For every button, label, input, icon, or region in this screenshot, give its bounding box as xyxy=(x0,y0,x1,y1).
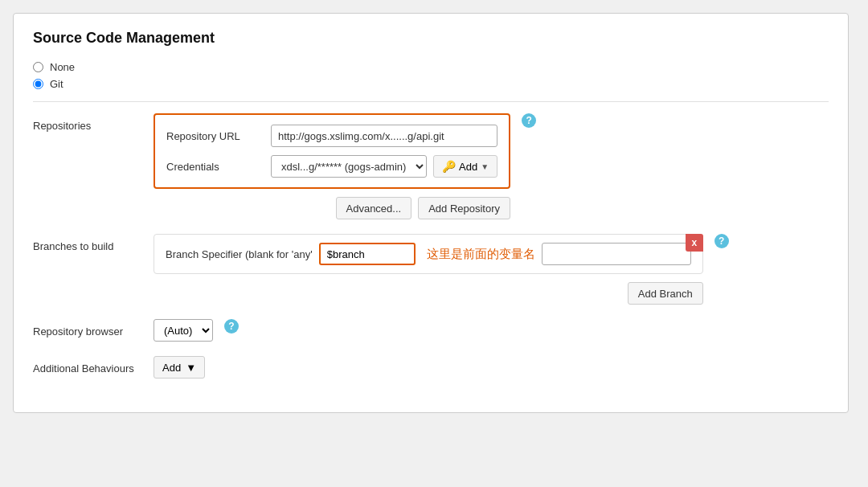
branches-wrapper: x Branch Specifier (blank for 'any' 这里是前… xyxy=(154,234,729,305)
additional-behaviours-main: Add ▼ xyxy=(154,356,829,379)
branch-extra-input[interactable] xyxy=(542,243,691,265)
repo-browser-wrapper: (Auto) ? xyxy=(154,319,239,342)
additional-behaviours-section: Additional Behaviours Add ▼ xyxy=(33,356,829,379)
git-label[interactable]: Git xyxy=(50,78,63,90)
add-repository-button[interactable]: Add Repository xyxy=(418,197,510,219)
additional-add-label: Add xyxy=(162,362,181,374)
credentials-controls: xdsl...g/****** (gogs-admin) 🔑 Add ▼ xyxy=(271,155,497,178)
add-branch-button[interactable]: Add Branch xyxy=(628,282,703,305)
credentials-row: Credentials xdsl...g/****** (gogs-admin)… xyxy=(166,155,497,178)
repositories-label: Repositories xyxy=(33,113,154,132)
repo-browser-main: (Auto) xyxy=(154,319,213,342)
scm-radio-group: None Git xyxy=(33,61,829,90)
panel-title: Source Code Management xyxy=(33,30,829,47)
branch-specifier-input[interactable] xyxy=(319,243,416,265)
branches-main: x Branch Specifier (blank for 'any' 这里是前… xyxy=(154,234,703,305)
repo-browser-section: Repository browser (Auto) ? xyxy=(33,319,829,342)
repo-url-label: Repository URL xyxy=(166,130,271,142)
advanced-button[interactable]: Advanced... xyxy=(336,197,412,219)
repositories-section: Repositories Repository URL Credentials … xyxy=(33,113,829,219)
repositories-main: Repository URL Credentials xdsl...g/****… xyxy=(154,113,510,219)
branch-specifier-label: Branch Specifier (blank for 'any' xyxy=(166,248,313,260)
credentials-select[interactable]: xdsl...g/****** (gogs-admin) xyxy=(271,155,427,178)
none-radio[interactable] xyxy=(33,62,43,72)
repo-buttons-row: Advanced... Add Repository xyxy=(154,197,510,219)
additional-dropdown-arrow-icon: ▼ xyxy=(186,362,196,374)
branches-section: Branches to build x Branch Specifier (bl… xyxy=(33,234,829,305)
additional-add-button[interactable]: Add ▼ xyxy=(154,356,205,379)
source-code-management-panel: Source Code Management None Git Reposito… xyxy=(13,13,849,413)
none-label[interactable]: None xyxy=(50,61,75,73)
repository-box: Repository URL Credentials xdsl...g/****… xyxy=(154,113,510,189)
repo-browser-help-icon[interactable]: ? xyxy=(224,319,239,334)
git-radio[interactable] xyxy=(33,79,43,89)
radio-none-item: None xyxy=(33,61,829,73)
radio-git-item: Git xyxy=(33,78,829,90)
repo-browser-select[interactable]: (Auto) xyxy=(154,319,213,342)
branches-label: Branches to build xyxy=(33,234,154,252)
close-branch-button[interactable]: x xyxy=(686,234,703,252)
dropdown-arrow-icon: ▼ xyxy=(481,162,489,171)
repo-url-input[interactable] xyxy=(271,125,497,147)
add-cred-label: Add xyxy=(459,161,477,173)
branch-buttons-row: Add Branch xyxy=(154,282,703,305)
branches-help-icon[interactable]: ? xyxy=(714,234,729,248)
repo-url-row: Repository URL xyxy=(166,125,497,147)
branch-input-row: Branch Specifier (blank for 'any' 这里是前面的… xyxy=(166,243,691,265)
additional-behaviours-label: Additional Behaviours xyxy=(33,356,154,374)
branches-box: x Branch Specifier (blank for 'any' 这里是前… xyxy=(154,234,703,274)
repositories-help-icon[interactable]: ? xyxy=(522,113,536,128)
repo-browser-label: Repository browser xyxy=(33,319,154,338)
divider xyxy=(33,101,829,102)
add-credentials-button[interactable]: 🔑 Add ▼ xyxy=(433,155,497,178)
annotation-text: 这里是前面的变量名 xyxy=(427,247,535,262)
key-icon: 🔑 xyxy=(442,160,456,173)
credentials-label: Credentials xyxy=(166,161,271,173)
repositories-wrapper: Repository URL Credentials xdsl...g/****… xyxy=(154,113,536,219)
